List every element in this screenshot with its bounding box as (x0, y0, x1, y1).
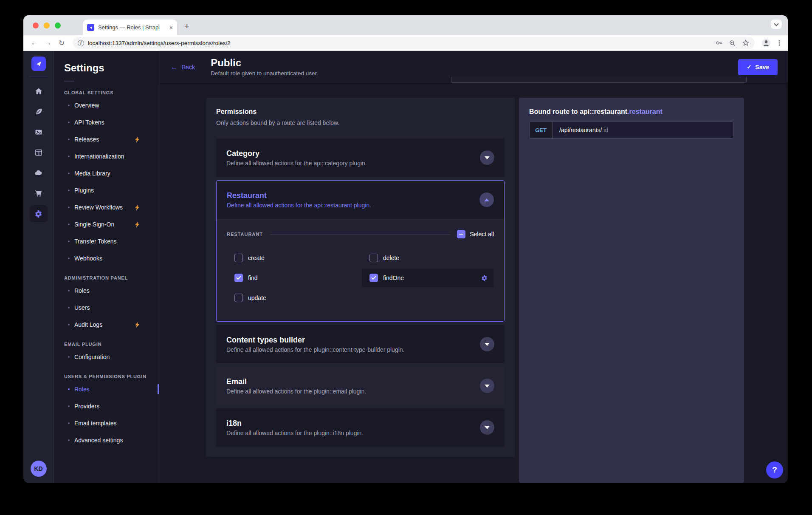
strapi-app: KD Settings GLOBAL SETTINGSOverviewAPI T… (23, 51, 788, 483)
profile-avatar-icon[interactable] (761, 38, 771, 48)
sidebar-item-roles[interactable]: Roles (54, 381, 159, 398)
sidebar-item-overview[interactable]: Overview (54, 97, 159, 114)
accordion-header-restaurant[interactable]: RestaurantDefine all allowed actions for… (217, 181, 504, 219)
screenshot-stage: Settings — Roles | Strapi × + ← → ↻ i lo… (0, 0, 812, 515)
tab-search-button[interactable] (771, 20, 782, 29)
url-text[interactable]: localhost:1337/admin/settings/users-perm… (88, 40, 711, 46)
sidebar-item-releases[interactable]: Releases (54, 131, 159, 148)
close-tab-icon[interactable]: × (169, 24, 173, 31)
sidebar-item-single-sign-on[interactable]: Single Sign-On (54, 216, 159, 233)
select-all-checkbox[interactable] (457, 230, 465, 238)
bookmark-star-icon[interactable] (742, 39, 750, 47)
action-row-create[interactable]: create (227, 249, 362, 267)
permissions-subtitle: Only actions bound by a route are listed… (216, 119, 505, 126)
browser-menu-icon[interactable] (776, 40, 783, 46)
reload-button[interactable]: ↻ (56, 37, 68, 49)
password-key-icon[interactable] (715, 39, 723, 47)
sidebar-item-label: Email templates (74, 420, 117, 427)
expand-button[interactable] (480, 337, 494, 351)
sidebar-item-plugins[interactable]: Plugins (54, 182, 159, 199)
nav-item-deploy[interactable] (30, 164, 48, 181)
save-button[interactable]: ✓ Save (738, 59, 778, 75)
strapi-favicon-icon (87, 24, 94, 31)
accordion-header-i18n[interactable]: i18nDefine all allowed actions for the p… (216, 408, 505, 447)
action-row-find[interactable]: find (227, 269, 362, 287)
subnav-section-label: EMAIL PLUGIN (64, 342, 149, 347)
sidebar-item-label: Transfer Tokens (74, 238, 117, 245)
bullet-icon (68, 388, 70, 390)
lightning-bolt-icon (135, 136, 149, 143)
sidebar-item-email-templates[interactable]: Email templates (54, 415, 159, 432)
nav-item-content-manager[interactable] (30, 103, 48, 120)
action-row-findone[interactable]: findOne (362, 269, 494, 287)
accordion-restaurant: RestaurantDefine all allowed actions for… (216, 180, 505, 322)
gear-icon (34, 209, 43, 218)
browser-tab[interactable]: Settings — Roles | Strapi × (83, 20, 177, 35)
zoom-page-icon[interactable] (729, 40, 736, 47)
sidebar-item-advanced-settings[interactable]: Advanced settings (54, 432, 159, 449)
sidebar-item-webhooks[interactable]: Webhooks (54, 250, 159, 267)
action-row-delete[interactable]: delete (362, 249, 494, 267)
expand-button[interactable] (480, 150, 494, 165)
address-bar[interactable]: i localhost:1337/admin/settings/users-pe… (73, 37, 755, 49)
close-window-button[interactable] (33, 23, 39, 28)
accordion-header-category[interactable]: CategoryDefine all allowed actions for t… (216, 139, 505, 177)
sidebar-item-label: Single Sign-On (74, 221, 114, 228)
site-info-icon[interactable]: i (78, 40, 84, 46)
sidebar-item-internationalization[interactable]: Internationalization (54, 148, 159, 165)
checkbox-delete[interactable] (369, 254, 378, 262)
route-param-text: :id (602, 127, 608, 133)
permissions-title: Permissions (216, 108, 505, 116)
nav-item-content-type-builder[interactable] (30, 144, 48, 161)
checkbox-find[interactable] (234, 274, 243, 282)
checkbox-findone[interactable] (369, 274, 378, 282)
forward-button[interactable]: → (42, 37, 54, 49)
sidebar-item-api-tokens[interactable]: API Tokens (54, 114, 159, 131)
help-button[interactable]: ? (766, 461, 783, 478)
page-subtitle: Default role given to unauthenticated us… (211, 70, 318, 76)
browser-window: Settings — Roles | Strapi × + ← → ↻ i lo… (23, 15, 788, 483)
scrolled-input-bottom-edge (451, 77, 747, 83)
nav-item-marketplace[interactable] (30, 185, 48, 202)
expand-button[interactable] (480, 420, 494, 435)
bullet-icon (68, 207, 70, 208)
group-divider (270, 234, 450, 235)
main-content: ← Back Public Default role given to unau… (159, 51, 788, 483)
sidebar-item-providers[interactable]: Providers (54, 398, 159, 415)
bound-route-heading-plain: Bound route to api::restaurant (529, 108, 627, 115)
nav-item-media-library[interactable] (30, 124, 48, 141)
sidebar-item-audit-logs[interactable]: Audit Logs (54, 316, 159, 333)
sidebar-item-label: Configuration (74, 354, 110, 360)
checkbox-update[interactable] (234, 294, 243, 302)
sidebar-item-label: API Tokens (74, 119, 104, 126)
minimize-window-button[interactable] (44, 23, 50, 28)
strapi-logo[interactable] (31, 57, 46, 71)
sidebar-item-label: Audit Logs (74, 321, 102, 328)
accordion-title: Restaurant (227, 191, 371, 200)
cart-icon (34, 189, 43, 198)
nav-item-home[interactable] (30, 83, 48, 100)
checkbox-create[interactable] (234, 254, 243, 262)
expand-button[interactable] (480, 379, 494, 393)
sidebar-item-configuration[interactable]: Configuration (54, 348, 159, 365)
new-tab-button[interactable]: + (181, 21, 192, 32)
user-avatar[interactable]: KD (31, 461, 47, 477)
bullet-icon (68, 105, 70, 106)
chevron-up-icon (484, 198, 489, 201)
action-row-update[interactable]: update (227, 289, 362, 307)
sidebar-item-media-library[interactable]: Media Library (54, 165, 159, 182)
sidebar-item-transfer-tokens[interactable]: Transfer Tokens (54, 233, 159, 250)
collapse-button[interactable] (479, 192, 494, 207)
bound-route-heading: Bound route to api::restaurant.restauran… (529, 108, 734, 116)
sidebar-item-users[interactable]: Users (54, 299, 159, 316)
back-link[interactable]: ← Back (171, 63, 195, 71)
sidebar-item-roles[interactable]: Roles (54, 282, 159, 299)
sidebar-item-review-workflows[interactable]: Review Workflows (54, 199, 159, 216)
advanced-settings-gear-icon[interactable] (481, 274, 488, 282)
zoom-window-button[interactable] (55, 23, 61, 28)
back-button[interactable]: ← (28, 37, 40, 49)
nav-item-settings[interactable] (30, 205, 48, 222)
accordion-header-content-types-builder[interactable]: Content types builderDefine all allowed … (216, 325, 505, 363)
back-arrow-icon: ← (171, 63, 178, 71)
accordion-header-email[interactable]: EmailDefine all allowed actions for the … (216, 367, 505, 405)
